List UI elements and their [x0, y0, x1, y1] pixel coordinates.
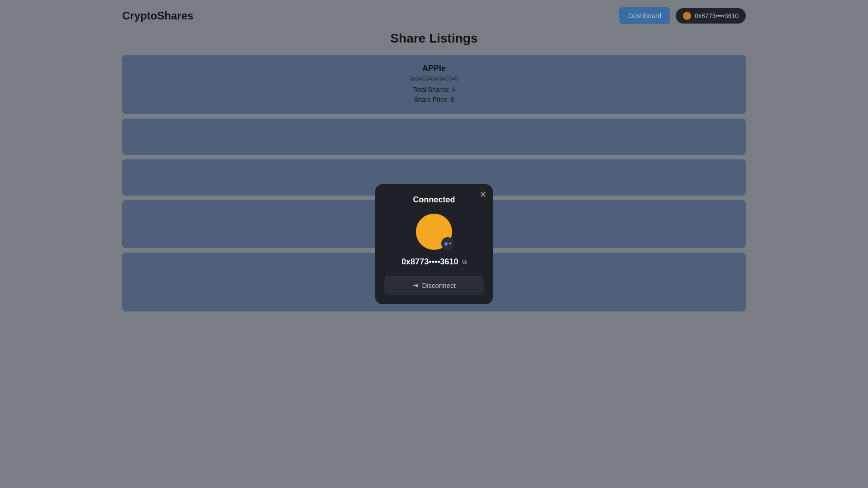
- copy-icon[interactable]: ⧉: [462, 258, 467, 266]
- connected-modal: Connected ✕ ◆ ▾ 0x8773••••3610 ⧉ ⇥ Disco…: [375, 184, 493, 304]
- modal-overlay: Connected ✕ ◆ ▾ 0x8773••••3610 ⧉ ⇥ Disco…: [0, 0, 868, 488]
- modal-close-button[interactable]: ✕: [480, 191, 486, 199]
- ethereum-icon: ◆: [444, 240, 448, 247]
- disconnect-button[interactable]: ⇥ Disconnect: [384, 276, 484, 295]
- modal-wallet-address: 0x8773••••3610: [401, 257, 458, 267]
- avatar-container: ◆ ▾: [416, 214, 452, 250]
- disconnect-label: Disconnect: [422, 282, 455, 289]
- wallet-address-row: 0x8773••••3610 ⧉: [384, 257, 484, 267]
- avatar-badge: ◆ ▾: [441, 237, 454, 250]
- disconnect-icon: ⇥: [412, 281, 418, 290]
- modal-title: Connected: [384, 195, 484, 205]
- chevron-down-icon: ▾: [449, 241, 451, 246]
